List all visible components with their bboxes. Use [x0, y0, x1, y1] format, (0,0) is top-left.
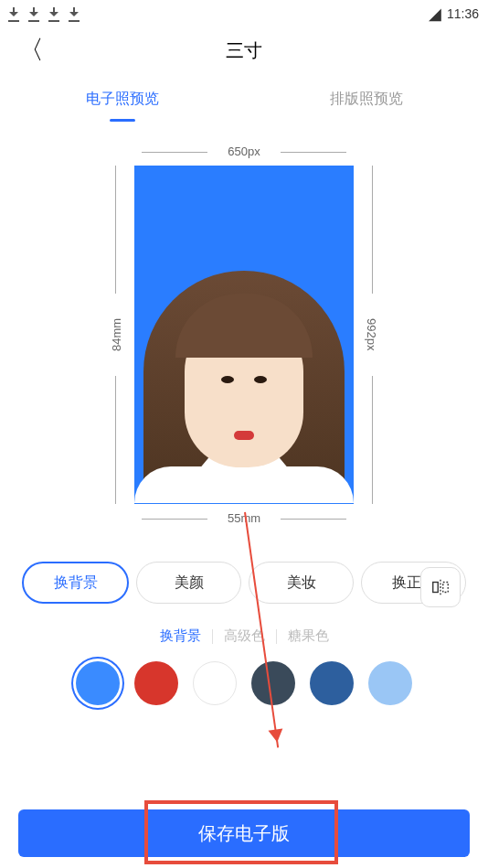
status-time: 11:36: [447, 6, 479, 21]
subtab-background[interactable]: 换背景: [160, 627, 201, 645]
download-icon: [69, 7, 79, 20]
subtab-candy[interactable]: 糖果色: [288, 627, 329, 645]
download-icon: [9, 7, 18, 20]
download-icon: [49, 7, 58, 20]
background-subtabs: 换背景 高级色 糖果色: [0, 613, 488, 654]
edit-options: 换背景 美颜 美妆 换正装: [0, 543, 488, 613]
divider: [276, 629, 277, 644]
nav-bar: 〈 三寸: [0, 27, 488, 73]
swatch-red[interactable]: [134, 661, 178, 705]
swatch-lightblue[interactable]: [368, 661, 412, 705]
back-button[interactable]: 〈: [18, 33, 44, 68]
page-title: 三寸: [226, 38, 262, 63]
swatch-blue[interactable]: [76, 661, 120, 705]
swatch-white[interactable]: [193, 661, 237, 705]
download-icon: [29, 7, 38, 20]
option-makeup[interactable]: 美妆: [249, 562, 354, 604]
save-button-label: 保存电子版: [198, 821, 290, 846]
preview-tabs: 电子照预览 排版照预览: [0, 73, 488, 122]
swatch-navy[interactable]: [310, 661, 354, 705]
dimension-width-px: 650px: [134, 145, 354, 158]
color-swatches: [0, 654, 488, 723]
dimension-height-mm: 84mm: [99, 166, 134, 504]
option-background[interactable]: 换背景: [22, 562, 129, 604]
svg-rect-0: [433, 583, 439, 593]
dimension-height-px: 992px: [354, 166, 389, 504]
divider: [212, 629, 213, 644]
save-button[interactable]: 保存电子版: [18, 809, 470, 857]
svg-rect-1: [443, 583, 449, 593]
subtab-advanced[interactable]: 高级色: [224, 627, 265, 645]
swatch-darkblue[interactable]: [251, 661, 295, 705]
status-bar: ◢ 11:36: [0, 0, 488, 27]
tab-print-preview[interactable]: 排版照预览: [244, 82, 488, 122]
flip-icon: [430, 577, 451, 597]
option-beauty[interactable]: 美颜: [136, 562, 241, 604]
tab-digital-preview[interactable]: 电子照预览: [0, 82, 244, 122]
flip-horizontal-button[interactable]: [420, 567, 461, 607]
wifi-icon: ◢: [429, 4, 441, 24]
photo-preview-area: 650px 84mm 992px 55mm: [0, 122, 488, 543]
photo-preview: [134, 166, 354, 504]
